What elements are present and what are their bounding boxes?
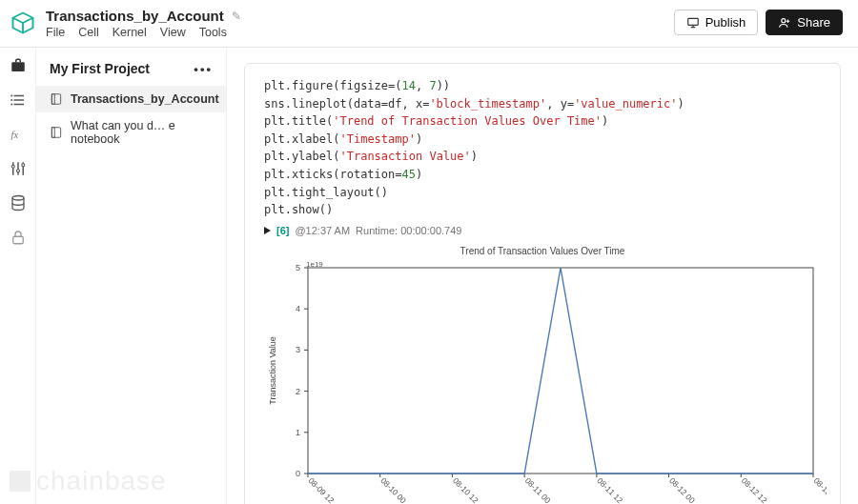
project-menu-icon[interactable]: ••• [194, 62, 213, 76]
svg-text:Transaction Value: Transaction Value [268, 336, 277, 405]
svg-rect-12 [51, 94, 60, 105]
left-rail: fx [0, 48, 36, 504]
svg-rect-15 [51, 128, 54, 138]
svg-rect-11 [12, 236, 23, 244]
svg-text:3: 3 [296, 345, 300, 354]
cell-index: [6] [276, 225, 289, 236]
share-button[interactable]: Share [766, 10, 843, 35]
svg-text:0: 0 [296, 469, 300, 478]
svg-point-5 [10, 104, 12, 106]
svg-text:4: 4 [296, 304, 300, 313]
menu-cell[interactable]: Cell [78, 26, 99, 39]
svg-text:fx: fx [10, 130, 18, 140]
publish-button[interactable]: Publish [674, 10, 759, 35]
svg-text:08-10 12: 08-10 12 [451, 475, 480, 504]
briefcase-icon[interactable] [10, 57, 27, 74]
sidebar-item-label: What can you d… e notebook [71, 119, 213, 146]
svg-text:2: 2 [296, 386, 300, 395]
svg-rect-13 [51, 94, 54, 105]
svg-text:08-09 12: 08-09 12 [307, 475, 337, 504]
notebook-icon [50, 126, 63, 139]
svg-rect-2 [11, 62, 25, 71]
svg-text:08-12 00: 08-12 00 [667, 475, 697, 504]
svg-text:5: 5 [296, 263, 300, 272]
svg-rect-16 [308, 268, 813, 474]
svg-text:08-13 00: 08-13 00 [812, 475, 827, 504]
svg-point-8 [16, 170, 19, 172]
svg-point-7 [11, 165, 14, 168]
notebook-title[interactable]: Transactions_by_Account [46, 8, 224, 24]
menu-file[interactable]: File [46, 26, 65, 39]
svg-point-10 [12, 196, 24, 201]
menu-kernel[interactable]: Kernel [112, 26, 147, 39]
menu-bar: File Cell Kernel View Tools [46, 26, 674, 39]
sidebar-item-label: Transactions_by_Account [71, 92, 219, 106]
menu-view[interactable]: View [160, 26, 186, 39]
line-chart: 0123451e1908-09 1208-10 0008-10 1208-11 … [264, 258, 827, 504]
svg-text:08-10 00: 08-10 00 [378, 475, 408, 504]
svg-text:08-11 00: 08-11 00 [523, 475, 553, 504]
app-logo-icon [10, 10, 36, 36]
play-icon[interactable] [264, 227, 271, 234]
svg-point-1 [782, 18, 786, 22]
chart-title: Trend of Transaction Values Over Time [264, 246, 821, 256]
sidebar-item-0[interactable]: Transactions_by_Account [36, 86, 226, 112]
svg-text:1e19: 1e19 [306, 260, 323, 269]
cell-status: [6] @12:37 AM Runtime: 00:00:00.749 [264, 225, 821, 236]
main-content: plt.figure(figsize=(14, 7)) sns.lineplot… [227, 48, 858, 504]
lock-icon[interactable] [10, 229, 27, 246]
sidebar-item-1[interactable]: What can you d… e notebook [36, 112, 226, 152]
cell-time: @12:37 AM [295, 225, 350, 236]
svg-text:1: 1 [296, 428, 300, 437]
sliders-icon[interactable] [10, 160, 27, 177]
cell-runtime: Runtime: 00:00:00.749 [356, 225, 461, 236]
svg-point-3 [10, 95, 12, 97]
database-icon[interactable] [10, 194, 27, 212]
project-title: My First Project [50, 61, 150, 76]
user-plus-icon [778, 16, 791, 30]
svg-text:08-12 12: 08-12 12 [740, 475, 769, 504]
code-cell[interactable]: plt.figure(figsize=(14, 7)) sns.lineplot… [244, 63, 841, 504]
list-icon[interactable] [10, 91, 27, 109]
svg-rect-0 [687, 18, 698, 25]
svg-point-4 [10, 99, 12, 101]
sidebar: My First Project ••• Transactions_by_Acc… [36, 48, 227, 504]
svg-rect-14 [51, 128, 60, 138]
svg-point-9 [21, 164, 24, 167]
notebook-icon [50, 92, 63, 106]
edit-title-icon[interactable]: ✎ [232, 10, 241, 23]
monitor-icon [686, 16, 700, 30]
svg-text:08-11 12: 08-11 12 [595, 475, 624, 504]
chart-output: Trend of Transaction Values Over Time 01… [264, 246, 821, 504]
topbar: Transactions_by_Account ✎ File Cell Kern… [0, 0, 858, 48]
menu-tools[interactable]: Tools [199, 26, 227, 39]
code-block[interactable]: plt.figure(figsize=(14, 7)) sns.lineplot… [264, 77, 821, 219]
fx-icon[interactable]: fx [10, 126, 27, 143]
